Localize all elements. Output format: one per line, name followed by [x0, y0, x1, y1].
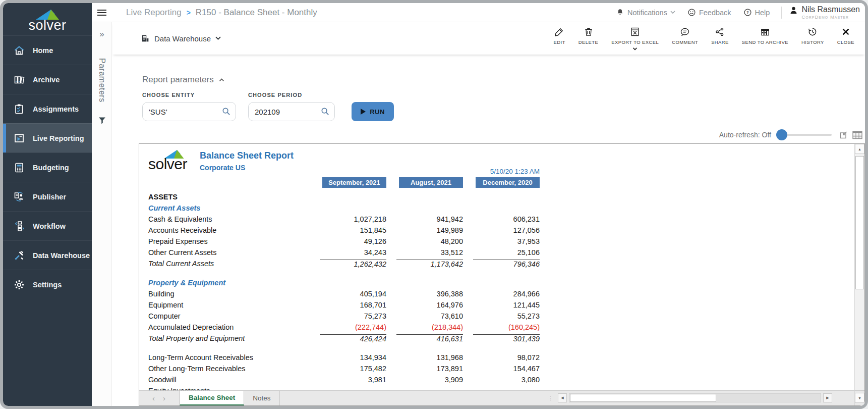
- funnel-icon[interactable]: [92, 116, 112, 125]
- trash-icon: [584, 27, 594, 37]
- data-source-label: Data Warehouse: [154, 34, 211, 43]
- row-value: 168,701: [320, 301, 386, 309]
- auto-refresh-slider[interactable]: [777, 134, 832, 136]
- workflow-icon: [13, 220, 25, 232]
- table-row: Long-Term Account Receivables 134,934 13…: [148, 352, 854, 363]
- auto-refresh-label: Auto-refresh: Off: [719, 131, 771, 139]
- parameters-rail: » Parameters: [92, 3, 112, 406]
- archive-icon: [13, 74, 25, 86]
- sidebar-item-live-reporting[interactable]: Live Reporting: [3, 123, 92, 152]
- comment-button[interactable]: COMMENT: [665, 24, 705, 48]
- scroll-left-button[interactable]: ◀: [558, 393, 567, 402]
- table-row: Cash & Equivalents 1,027,218 941,942 606…: [148, 214, 854, 225]
- breadcrumb-section[interactable]: Live Reporting: [126, 8, 182, 18]
- vertical-scrollbar-thumb[interactable]: [855, 156, 864, 289]
- feedback-button[interactable]: Feedback: [683, 8, 736, 17]
- row-label: Prepaid Expenses: [148, 237, 310, 245]
- row-label: Building: [148, 290, 310, 298]
- entity-field-label: CHOOSE ENTITY: [142, 92, 236, 98]
- table-row: Total Property and Equipment 426,424 416…: [148, 333, 854, 344]
- comment-icon: [680, 27, 690, 37]
- double-chevron-right-icon[interactable]: »: [92, 29, 112, 39]
- notifications-button[interactable]: Notifications: [611, 8, 680, 17]
- row-value: 164,976: [396, 301, 463, 309]
- edit-button[interactable]: EDIT: [547, 24, 572, 48]
- row-label: Long-Term Account Receivables: [148, 353, 310, 362]
- settings-gear-icon: [13, 279, 25, 291]
- user-menu[interactable]: Nils Rasmussen CorpDemo Master: [789, 6, 860, 20]
- sheet-nav-right-icon[interactable]: ›: [163, 394, 165, 402]
- sidebar-item-label: Live Reporting: [33, 134, 84, 142]
- app-window: solver Home Archive: [0, 0, 868, 409]
- scroll-right-button[interactable]: ▶: [823, 393, 832, 402]
- sidebar-item-settings[interactable]: Settings: [3, 270, 92, 299]
- sidebar-item-budgeting[interactable]: Budgeting: [3, 152, 92, 182]
- data-warehouse-icon: [13, 249, 25, 262]
- row-value: 121,445: [473, 301, 540, 309]
- search-icon[interactable]: [221, 107, 231, 116]
- table-view-icon[interactable]: [852, 131, 862, 139]
- table-row: Accumulated Depreciation (222,744) (218,…: [148, 322, 854, 333]
- report-subtitle: Corporate US: [200, 164, 245, 172]
- sidebar-item-assignments[interactable]: Assignments: [3, 94, 92, 123]
- close-button[interactable]: CLOSE: [831, 24, 861, 48]
- row-value: 134,934: [320, 353, 386, 362]
- parameter-fields: CHOOSE ENTITY CHOOSE PERIOD: [142, 92, 865, 121]
- vertical-scrollbar[interactable]: ▲: [854, 144, 864, 390]
- share-button[interactable]: SHARE: [705, 24, 735, 48]
- history-button[interactable]: HISTORY: [795, 24, 831, 48]
- column-headers: September, 2021 August, 2021 December, 2…: [148, 177, 854, 188]
- send-to-archive-button[interactable]: SEND TO ARCHIVE: [735, 24, 795, 48]
- row-value: 154,467: [473, 365, 540, 373]
- sheet-nav-left-icon[interactable]: ‹: [152, 394, 155, 402]
- sidebar-item-label: Workflow: [33, 222, 66, 230]
- run-button[interactable]: RUN: [352, 102, 394, 121]
- row-value: 3,909: [396, 376, 463, 384]
- close-icon: [841, 27, 851, 37]
- horizontal-scrollbar-track[interactable]: [569, 393, 821, 402]
- scroll-down-button[interactable]: ▼: [855, 393, 864, 403]
- sidebar-item-workflow[interactable]: Workflow: [3, 211, 92, 240]
- auto-refresh-slider-knob[interactable]: [776, 129, 787, 140]
- row-value: 606,231: [473, 215, 540, 223]
- scrollbar-corner: ▼: [854, 390, 864, 405]
- delete-button[interactable]: DELETE: [572, 24, 605, 48]
- row-value: 25,106: [473, 248, 540, 257]
- table-row: Property & Equipment: [148, 277, 854, 288]
- table-row: Accounts Receivable 151,845 149,989 127,…: [148, 225, 854, 236]
- report-title: Balance Sheet Report: [200, 150, 294, 161]
- export-to-excel-button[interactable]: EXPORT TO EXCEL: [605, 24, 665, 54]
- sidebar-item-publisher[interactable]: Publisher: [3, 182, 92, 211]
- play-icon: [361, 109, 366, 115]
- row-value: 73,610: [396, 312, 463, 320]
- table-row: [148, 269, 854, 277]
- search-icon[interactable]: [320, 107, 330, 116]
- tab-notes[interactable]: Notes: [244, 391, 279, 405]
- hamburger-menu-icon[interactable]: [92, 9, 112, 16]
- share-label: SHARE: [711, 39, 729, 45]
- topbar-divider: [781, 7, 782, 19]
- row-value: 75,273: [320, 312, 386, 320]
- data-source-dropdown[interactable]: Data Warehouse: [141, 34, 221, 43]
- horizontal-scrollbar-thumb[interactable]: [570, 394, 716, 402]
- horizontal-scrollbar[interactable]: ⋮ ◀ ▶: [548, 393, 832, 402]
- tab-balance-sheet[interactable]: Balance Sheet: [180, 391, 244, 405]
- row-label: Cash & Equivalents: [148, 215, 310, 223]
- feedback-label: Feedback: [699, 9, 731, 17]
- row-value: 396,388: [396, 290, 463, 298]
- pencil-icon: [554, 27, 564, 37]
- report-parameters-toggle[interactable]: Report parameters: [142, 75, 865, 85]
- popout-icon[interactable]: [840, 131, 848, 139]
- row-label: Property & Equipment: [148, 279, 310, 287]
- scroll-up-button[interactable]: ▲: [855, 144, 864, 154]
- sidebar-item-label: Budgeting: [33, 164, 69, 172]
- sidebar-item-archive[interactable]: Archive: [3, 65, 92, 94]
- sidebar-item-data-warehouse[interactable]: Data Warehouse: [3, 240, 92, 270]
- help-button[interactable]: ? Help: [739, 8, 775, 17]
- user-name: Nils Rasmussen: [801, 6, 860, 14]
- sidebar-item-home[interactable]: Home: [3, 35, 92, 65]
- scrollbar-drag-handle[interactable]: ⋮: [548, 395, 554, 401]
- parameters-rail-label[interactable]: Parameters: [92, 47, 112, 113]
- chevron-down-icon: [632, 47, 638, 50]
- toolbar-actions: EDIT DELETE EXPORT TO EXCEL: [547, 24, 865, 54]
